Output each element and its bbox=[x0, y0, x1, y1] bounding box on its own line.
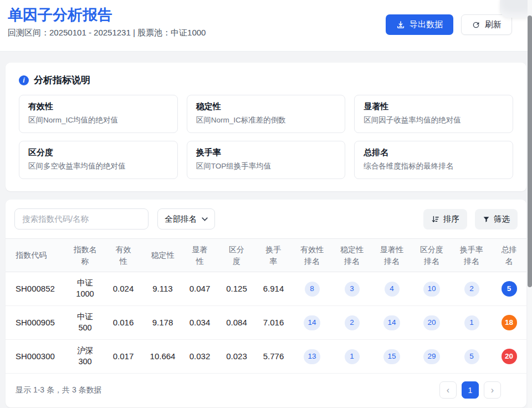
rank-badge: 1 bbox=[345, 349, 360, 364]
cell-validity-rank: 14 bbox=[292, 306, 332, 340]
rank-badge: 2 bbox=[345, 315, 360, 330]
metric-name: 稳定性 bbox=[196, 101, 336, 112]
metric-desc: 区间多空收益率均值的绝对值 bbox=[28, 161, 168, 171]
metric-desc: 区间Norm_IC标准差的倒数 bbox=[196, 115, 336, 125]
scrollbar[interactable] bbox=[528, 0, 532, 408]
cell-name: 沪深 300 bbox=[68, 340, 103, 374]
metric-name: 有效性 bbox=[28, 101, 168, 112]
rank-badge: 10 bbox=[423, 282, 439, 297]
page-1-button[interactable]: 1 bbox=[462, 381, 479, 399]
cell-turnover: 7.016 bbox=[255, 306, 292, 340]
cell-distinction-rank: 29 bbox=[412, 340, 452, 374]
cell-significance: 0.032 bbox=[181, 340, 218, 374]
info-icon: i bbox=[19, 75, 29, 85]
col-index-code: 指数代码 bbox=[6, 239, 68, 272]
rank-badge: 14 bbox=[383, 315, 400, 330]
page-subtitle: 回测区间：20250101 - 20251231 | 股票池：中证1000 bbox=[8, 28, 206, 38]
cell-name: 中证 500 bbox=[68, 306, 103, 340]
metric-desc: 区间TOP组换手率均值 bbox=[196, 161, 336, 171]
pagination: ‹ 1 › bbox=[439, 381, 501, 399]
download-icon bbox=[396, 21, 405, 29]
total-rank-badge: 18 bbox=[502, 315, 517, 330]
cell-stability-rank: 3 bbox=[332, 272, 372, 306]
cell-distinction: 0.125 bbox=[218, 272, 255, 306]
col-significance-rank: 显著性 排名 bbox=[372, 239, 412, 272]
page: { "page": { "background": "#f3f4f6", "ac… bbox=[0, 0, 532, 408]
col-validity-rank: 有效性 排名 bbox=[292, 239, 332, 272]
cell-distinction: 0.084 bbox=[218, 306, 255, 340]
cell-validity-rank: 8 bbox=[292, 272, 332, 306]
metric-card-stability: 稳定性 区间Norm_IC标准差的倒数 bbox=[187, 95, 346, 133]
cell-distinction-rank: 10 bbox=[412, 272, 452, 306]
cell-total-rank: 5 bbox=[492, 272, 526, 306]
export-data-label: 导出数据 bbox=[410, 19, 443, 30]
cell-turnover-rank: 2 bbox=[452, 272, 492, 306]
rank-badge: 1 bbox=[464, 315, 479, 330]
cell-validity-rank: 13 bbox=[292, 340, 332, 374]
col-distinction: 区分 度 bbox=[218, 239, 255, 272]
total-rank-badge: 20 bbox=[502, 349, 517, 364]
cell-validity: 0.024 bbox=[103, 272, 144, 306]
metric-card-distinction: 区分度 区间多空收益率均值的绝对值 bbox=[19, 141, 178, 179]
rank-badge: 20 bbox=[423, 315, 439, 330]
col-index-name: 指数名 称 bbox=[68, 239, 103, 272]
table-row[interactable]: SH000852 中证 1000 0.024 9.113 0.047 0.125… bbox=[6, 272, 526, 306]
export-data-button[interactable]: 导出数据 bbox=[386, 14, 453, 35]
cell-significance-rank: 15 bbox=[372, 340, 412, 374]
rank-filter-value: 全部排名 bbox=[165, 214, 197, 225]
refresh-icon bbox=[472, 21, 480, 29]
table-panel: 全部排名 排序 筛选 bbox=[6, 200, 526, 407]
cell-distinction: 0.023 bbox=[218, 340, 255, 374]
metric-card-turnover: 换手率 区间TOP组换手率均值 bbox=[187, 141, 346, 179]
cell-stability: 10.664 bbox=[144, 340, 181, 374]
col-turnover: 换手 率 bbox=[255, 239, 292, 272]
cell-stability-rank: 1 bbox=[332, 340, 372, 374]
table-row[interactable]: SH000300 沪深 300 0.017 10.664 0.032 0.023… bbox=[6, 340, 526, 374]
table-toolbar: 全部排名 排序 筛选 bbox=[6, 200, 526, 238]
toolbar-right: 排序 筛选 bbox=[423, 209, 518, 230]
cell-stability-rank: 2 bbox=[332, 306, 372, 340]
rank-badge: 3 bbox=[345, 282, 360, 297]
col-turnover-rank: 换手率 排名 bbox=[452, 239, 492, 272]
refresh-button[interactable]: 刷新 bbox=[461, 14, 512, 35]
rank-badge: 13 bbox=[304, 349, 320, 364]
next-page-button[interactable]: › bbox=[484, 381, 501, 399]
cell-name: 中证 1000 bbox=[68, 272, 103, 306]
cell-stability: 9.113 bbox=[144, 272, 181, 306]
header-actions: 导出数据 刷新 bbox=[386, 14, 512, 35]
metric-card-validity: 有效性 区间Norm_IC均值的绝对值 bbox=[19, 95, 178, 133]
page-title: 单因子分析报告 bbox=[8, 6, 206, 25]
search-input[interactable] bbox=[14, 208, 149, 230]
cell-validity: 0.017 bbox=[103, 340, 144, 374]
metrics-panel-header: i 分析指标说明 bbox=[19, 74, 513, 86]
rank-badge: 14 bbox=[304, 315, 320, 330]
metric-desc: 区间Norm_IC均值的绝对值 bbox=[28, 115, 168, 125]
cell-significance: 0.034 bbox=[181, 306, 218, 340]
col-stability: 稳定性 bbox=[144, 239, 181, 272]
cell-total-rank: 20 bbox=[492, 340, 526, 374]
rank-filter-select[interactable]: 全部排名 bbox=[157, 208, 215, 230]
sort-icon bbox=[431, 215, 439, 223]
filter-button[interactable]: 筛选 bbox=[475, 209, 518, 230]
chevron-down-icon bbox=[202, 217, 208, 221]
table-body: SH000852 中证 1000 0.024 9.113 0.047 0.125… bbox=[6, 272, 526, 374]
col-validity: 有效 性 bbox=[103, 239, 144, 272]
metric-card-total-rank: 总排名 综合各维度指标的最终排名 bbox=[354, 141, 513, 179]
cell-significance-rank: 4 bbox=[372, 272, 412, 306]
main-content: i 分析指标说明 有效性 区间Norm_IC均值的绝对值 稳定性 区间Norm_… bbox=[0, 52, 532, 408]
cell-turnover: 6.914 bbox=[255, 272, 292, 306]
col-total-rank: 总排 名 bbox=[492, 239, 526, 272]
metrics-panel: i 分析指标说明 有效性 区间Norm_IC均值的绝对值 稳定性 区间Norm_… bbox=[6, 63, 526, 191]
col-distinction-rank: 区分度 排名 bbox=[412, 239, 452, 272]
cell-turnover-rank: 1 bbox=[452, 306, 492, 340]
cell-total-rank: 18 bbox=[492, 306, 526, 340]
factor-table: 指数代码 指数名 称 有效 性 稳定性 显著 性 区分 度 换手 率 有效性 排… bbox=[6, 238, 526, 374]
prev-page-button[interactable]: ‹ bbox=[439, 381, 457, 399]
metric-desc: 综合各维度指标的最终排名 bbox=[364, 161, 504, 171]
cell-validity: 0.016 bbox=[103, 306, 144, 340]
table-row[interactable]: SH000905 中证 500 0.016 9.178 0.034 0.084 … bbox=[6, 306, 526, 340]
scrollbar-thumb[interactable] bbox=[528, 16, 532, 287]
sort-button[interactable]: 排序 bbox=[423, 209, 467, 230]
metric-name: 总排名 bbox=[364, 147, 504, 158]
metric-name: 区分度 bbox=[28, 147, 168, 158]
